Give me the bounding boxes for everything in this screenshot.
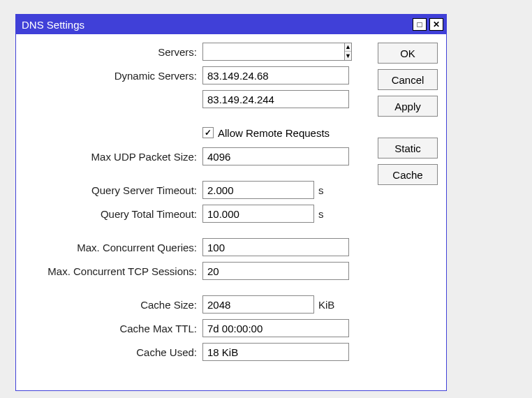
query-server-timeout-input[interactable] <box>202 181 314 199</box>
apply-button[interactable]: Apply <box>378 96 438 117</box>
titlebar[interactable]: DNS Settings □ ✕ <box>16 15 446 34</box>
ok-button[interactable]: OK <box>378 43 438 64</box>
servers-spinner[interactable]: ▲ ▼ <box>344 43 352 61</box>
allow-remote-requests-label: Allow Remote Requests <box>218 127 330 139</box>
cache-used-input[interactable] <box>202 343 349 361</box>
cache-max-ttl-label: Cache Max TTL: <box>24 323 202 334</box>
dns-settings-window: DNS Settings □ ✕ OK Cancel Apply Static … <box>15 14 447 391</box>
max-concurrent-queries-label: Max. Concurrent Queries: <box>24 242 202 253</box>
side-button-group: OK Cancel Apply Static Cache <box>378 43 438 185</box>
cancel-button[interactable]: Cancel <box>378 69 438 90</box>
window-title: DNS Settings <box>22 19 413 31</box>
query-total-timeout-label: Query Total Timeout: <box>24 208 202 220</box>
servers-input[interactable] <box>202 43 344 61</box>
cache-used-label: Cache Used: <box>24 346 202 358</box>
cache-max-ttl-input[interactable] <box>202 319 349 337</box>
close-icon[interactable]: ✕ <box>429 18 443 31</box>
query-total-timeout-input[interactable] <box>202 205 314 223</box>
dynamic-server-2-input[interactable] <box>202 90 349 108</box>
dynamic-server-1-input[interactable] <box>202 66 349 84</box>
checkbox-check-icon[interactable] <box>202 127 214 138</box>
allow-remote-requests-checkbox[interactable]: Allow Remote Requests <box>202 124 330 142</box>
servers-label: Servers: <box>24 46 202 58</box>
max-concurrent-queries-input[interactable] <box>202 238 349 256</box>
static-button[interactable]: Static <box>378 138 438 159</box>
max-concurrent-tcp-label: Max. Concurrent TCP Sessions: <box>24 265 202 277</box>
seconds-unit: s <box>318 208 342 220</box>
servers-field[interactable]: ▲ ▼ <box>202 43 349 61</box>
dynamic-servers-label: Dynamic Servers: <box>24 70 202 82</box>
max-udp-input[interactable] <box>202 147 349 165</box>
chevron-up-icon[interactable]: ▲ <box>345 43 351 52</box>
seconds-unit: s <box>318 184 342 196</box>
max-concurrent-tcp-input[interactable] <box>202 262 349 280</box>
cache-button[interactable]: Cache <box>378 164 438 185</box>
cache-size-input[interactable] <box>202 295 314 314</box>
query-server-timeout-label: Query Server Timeout: <box>24 184 202 196</box>
client-area: OK Cancel Apply Static Cache Servers: ▲ … <box>16 34 446 390</box>
max-udp-label: Max UDP Packet Size: <box>24 151 202 163</box>
kib-unit: KiB <box>318 299 342 311</box>
maximize-icon[interactable]: □ <box>413 18 427 31</box>
titlebar-buttons: □ ✕ <box>413 18 443 31</box>
chevron-down-icon[interactable]: ▼ <box>345 52 351 60</box>
cache-size-label: Cache Size: <box>24 299 202 311</box>
